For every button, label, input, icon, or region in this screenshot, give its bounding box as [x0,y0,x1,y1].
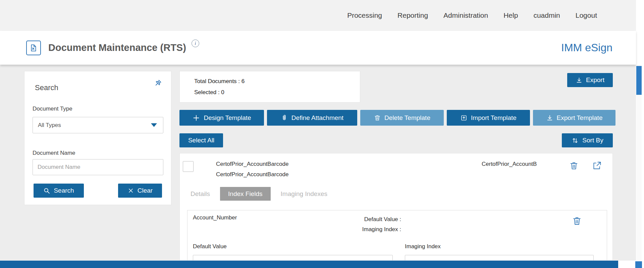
total-documents-value: 6 [241,78,245,84]
export-button-label: Export [586,76,604,84]
export-button[interactable]: Export [567,73,613,87]
search-panel-title: Search [35,83,58,92]
delete-template-label: Delete Template [384,114,430,122]
document-x-icon [29,43,38,53]
external-link-icon [591,160,602,171]
trash-icon [572,216,582,226]
import-template-button[interactable]: Import Template [447,110,530,126]
search-button[interactable]: Search [34,184,84,198]
tab-index-fields[interactable]: Index Fields [220,187,270,201]
paperclip-icon [281,114,288,122]
imaging-index-input-label: Imaging Index [405,243,441,250]
document-row-card: CertofPrior_AccountBarcode CertofPrior_A… [179,153,613,261]
document-name: CertofPrior_AccountBarcode CertofPrior_A… [216,159,288,180]
document-type-select[interactable]: All Types [33,117,163,133]
summary-box: Total Documents : 6 Selected : 0 [179,71,360,103]
scrollbar-thumb[interactable] [636,66,642,95]
delete-template-button[interactable]: Delete Template [360,110,444,126]
top-navigation: Processing Reporting Administration Help… [0,0,636,31]
clear-button-label: Clear [138,187,153,194]
design-template-button[interactable]: Design Template [179,110,264,126]
nav-item-administration[interactable]: Administration [443,11,488,19]
document-template-name: CertofPrior_AccountB [482,161,537,168]
document-type-label: Document Type [33,106,72,112]
selected-value: 0 [221,89,224,95]
define-attachment-button[interactable]: Define Attachment [267,110,357,126]
trash-icon [374,114,381,122]
trash-icon [569,161,579,171]
download-icon [576,77,583,84]
nav-item-processing[interactable]: Processing [347,11,382,19]
plus-icon [192,114,200,122]
sort-by-button[interactable]: Sort By [562,133,613,147]
pin-icon[interactable] [152,79,162,89]
page: Processing Reporting Administration Help… [0,0,644,268]
document-name-input[interactable] [33,159,163,175]
delete-document-icon[interactable] [569,161,579,172]
index-field-name: Account_Number [193,214,237,221]
sort-by-label: Sort By [582,137,603,144]
nav-item-reporting[interactable]: Reporting [397,11,428,19]
clear-button[interactable]: Clear [118,184,162,198]
selected-count: Selected : 0 [194,89,360,96]
document-tabs: Details Index Fields Imaging Indexes [191,187,327,201]
document-name-line1: CertofPrior_AccountBarcode [216,159,288,169]
search-panel: Search Document Type All Types Document … [24,71,171,205]
search-button-label: Search [54,187,74,194]
template-toolbar: Design Template Define Attachment Delete… [179,110,615,126]
document-type-selected-value: All Types [38,122,151,129]
default-value-input-label: Default Value [193,243,227,250]
document-name-line2: CertofPrior_AccountBarcode [216,169,288,180]
tab-imaging-indexes[interactable]: Imaging Indexes [281,187,327,201]
export-template-label: Export Template [557,114,603,122]
document-checkbox[interactable] [183,161,194,172]
sort-arrows-icon [571,137,579,144]
select-all-button[interactable]: Select All [179,133,223,147]
export-template-button[interactable]: Export Template [533,110,615,126]
document-name-label: Document Name [33,150,75,156]
default-value-input[interactable] [193,255,393,261]
nav-item-user-cuadmin[interactable]: cuadmin [533,11,560,19]
download-icon [546,114,553,122]
index-field-meta: Default Value : Imaging Index : [321,214,401,234]
default-value-meta-label: Default Value : [321,214,401,224]
nav-item-logout[interactable]: Logout [576,11,597,19]
scrollbar-corner [635,261,642,268]
total-documents-label: Total Documents : [194,78,240,84]
search-icon [43,187,50,194]
footer-bar [0,261,618,268]
define-attachment-label: Define Attachment [291,114,343,122]
close-icon [127,187,134,194]
delete-index-field-icon[interactable] [572,216,582,227]
total-documents: Total Documents : 6 [194,78,360,85]
import-template-label: Import Template [471,114,517,122]
selected-label: Selected : [194,89,220,95]
tab-details[interactable]: Details [191,187,210,201]
imaging-index-input[interactable] [405,255,594,261]
brand-logo: IMM eSign [561,42,612,54]
document-app-icon [26,41,41,55]
page-title: Document Maintenance (RTS) [48,42,186,53]
import-icon [460,114,468,122]
imaging-index-meta-label: Imaging Index : [321,224,401,234]
info-icon[interactable]: i [192,40,199,47]
design-template-label: Design Template [204,114,251,122]
index-field-panel: Account_Number Default Value : Imaging I… [187,210,607,261]
select-all-label: Select All [188,137,214,144]
page-header: Document Maintenance (RTS) i IMM eSign [0,31,636,65]
nav-item-help[interactable]: Help [503,11,518,19]
chevron-down-icon [151,123,157,127]
vertical-scrollbar[interactable] [636,65,642,268]
open-document-icon[interactable] [591,160,602,172]
